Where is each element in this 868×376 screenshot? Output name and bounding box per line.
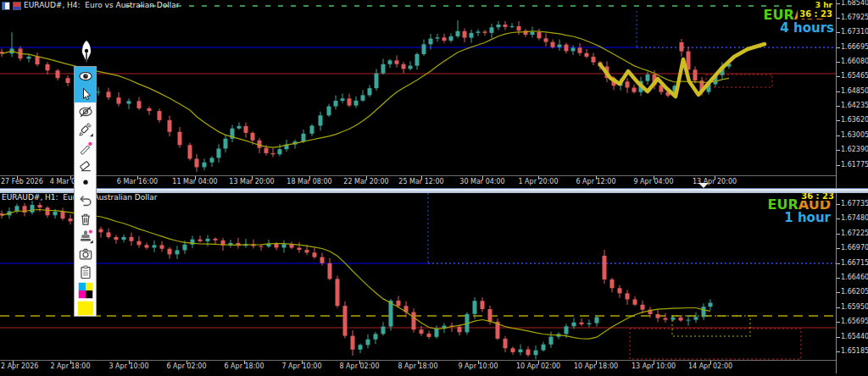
price-label: 1.66715 <box>841 259 868 268</box>
price-label: 1.66460 <box>841 274 868 282</box>
x-axis-line-h4 <box>0 175 836 176</box>
time-tick <box>186 361 187 364</box>
price-label: 1.65465 <box>841 72 868 80</box>
price-tick <box>837 278 840 279</box>
time-tick <box>710 361 711 364</box>
pen-tool-icon[interactable] <box>77 39 96 68</box>
price-label: 1.65440 <box>841 333 868 341</box>
price-label: 1.67925 <box>841 14 868 22</box>
time-tick <box>252 176 253 180</box>
eraser-tool[interactable] <box>75 156 96 174</box>
price-tick <box>837 204 840 205</box>
price-tick <box>837 337 840 338</box>
eye-tool[interactable] <box>75 67 96 85</box>
timeframe-label-h4: 4 hours <box>780 20 834 36</box>
countdown-hours-h4: 3 hr <box>814 1 834 9</box>
time-tick <box>538 361 539 364</box>
price-tick <box>837 307 840 308</box>
price-tick <box>837 165 840 166</box>
time-label: 2 Apr 2026 <box>1 362 38 371</box>
price-tick <box>837 351 840 352</box>
price-label: 1.64850 <box>841 87 868 96</box>
price-tick <box>837 106 840 107</box>
price-label: 1.67310 <box>841 28 868 36</box>
price-label: 1.63620 <box>841 116 868 124</box>
time-tick <box>418 361 419 364</box>
undo-tool[interactable] <box>75 191 96 209</box>
time-tick <box>715 176 715 180</box>
price-tick <box>837 47 840 48</box>
price-tick <box>837 150 840 151</box>
pencil-tool[interactable] <box>75 138 96 156</box>
price-tick <box>837 263 840 264</box>
price-axis-line <box>836 0 837 373</box>
price-label: 1.66205 <box>841 288 868 296</box>
price-tick <box>837 292 840 293</box>
time-tick <box>309 176 310 180</box>
time-tick <box>654 176 654 180</box>
chart-title-h4-text: EURAUD#, H4: Euro vs Australian Dollar <box>24 1 180 10</box>
trash-tool[interactable] <box>75 209 96 227</box>
chart-title-h4: EURAUD#, H4: Euro vs Australian Dollar <box>2 1 180 10</box>
price-tick <box>837 120 840 121</box>
price-tick <box>837 248 840 249</box>
eye-off-tool[interactable] <box>75 102 96 120</box>
h4-candlestick-chart[interactable] <box>0 0 836 175</box>
time-tick <box>654 361 654 364</box>
price-tick <box>837 91 840 92</box>
mt-terminal-window: EURAUD#, H4: Euro vs Australian Dollar E… <box>0 0 868 376</box>
time-tick <box>421 176 422 180</box>
price-tick <box>837 62 840 63</box>
price-label: 1.66080 <box>841 58 868 66</box>
price-label: 1.64235 <box>841 102 868 110</box>
h1-candlestick-chart[interactable] <box>0 192 836 360</box>
time-tick <box>70 361 71 364</box>
clipboard-tool[interactable] <box>75 263 96 280</box>
time-tick <box>17 176 18 180</box>
time-tick <box>482 176 483 180</box>
time-tick <box>596 361 597 364</box>
splitter-arrow-icon <box>698 183 709 188</box>
marker-tool[interactable] <box>75 120 96 138</box>
price-label: 1.67225 <box>841 229 868 238</box>
price-tick <box>837 135 840 136</box>
timeframe-label-h1: 1 hour <box>784 210 831 225</box>
dot-tool[interactable] <box>75 174 96 191</box>
time-tick <box>13 361 14 364</box>
price-label: 1.67735 <box>841 200 868 208</box>
price-label: 1.68540 <box>841 0 868 8</box>
cursor-tool[interactable] <box>75 85 96 102</box>
palette-tool[interactable] <box>75 280 96 301</box>
time-tick <box>538 176 539 180</box>
price-label: 1.65950 <box>841 303 868 312</box>
price-label: 1.63005 <box>841 131 868 140</box>
grid-chart-icon <box>2 2 10 10</box>
price-label: 1.65185 <box>841 347 868 356</box>
panel-splitter[interactable] <box>0 188 868 193</box>
price-tick <box>837 18 840 19</box>
price-tick <box>837 32 840 33</box>
time-tick <box>137 176 138 180</box>
current-color-tool[interactable] <box>75 301 96 316</box>
time-tick <box>359 361 360 364</box>
drawing-toolbar <box>74 66 97 317</box>
time-label: 27 Feb 2026 <box>1 178 43 186</box>
price-tick <box>837 3 840 4</box>
time-tick <box>366 176 367 180</box>
bars-chart-icon <box>13 2 21 10</box>
price-label: 1.67480 <box>841 214 868 223</box>
camera-tool[interactable] <box>75 245 96 263</box>
time-tick <box>129 361 130 364</box>
price-label: 1.66695 <box>841 43 868 52</box>
price-label: 1.61775 <box>841 161 868 169</box>
candle-countdown-h4: 36 : 23 <box>798 9 834 19</box>
time-tick <box>70 176 71 180</box>
price-label: 1.62390 <box>841 146 868 154</box>
stamp-tool[interactable] <box>75 227 96 245</box>
price-label: 1.65695 <box>841 318 868 326</box>
time-tick <box>596 176 597 180</box>
time-tick <box>478 361 479 364</box>
time-tick <box>302 361 303 364</box>
time-tick <box>195 176 196 180</box>
price-label: 1.66970 <box>841 244 868 252</box>
